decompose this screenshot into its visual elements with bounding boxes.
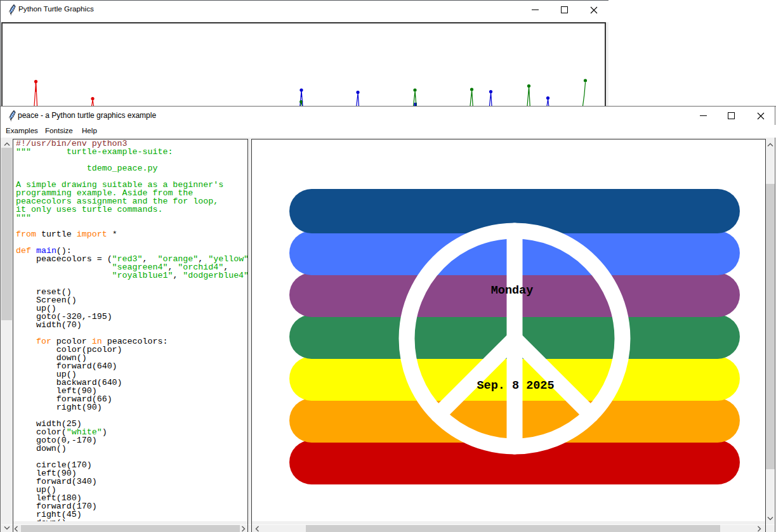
svg-text:Monday: Monday <box>491 284 534 297</box>
svg-text:Sep. 8 2025: Sep. 8 2025 <box>477 379 554 393</box>
